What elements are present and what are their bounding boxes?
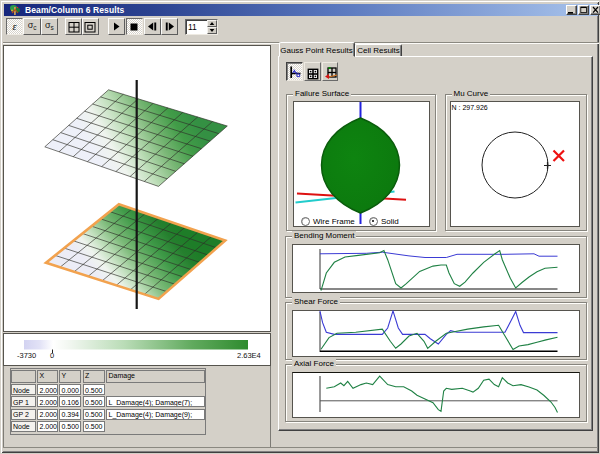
svg-text:-3730: -3730 (17, 351, 36, 360)
svg-text:0: 0 (50, 351, 54, 360)
svg-text:2.63E4: 2.63E4 (237, 351, 261, 360)
